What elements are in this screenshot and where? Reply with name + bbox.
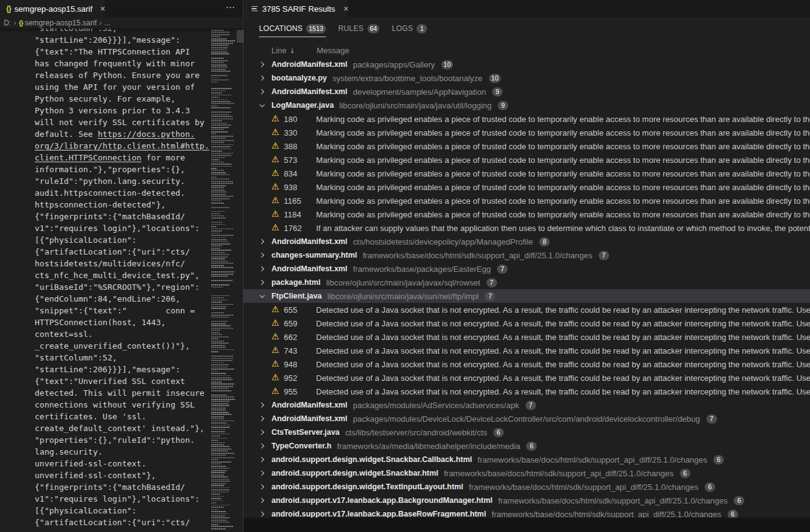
result-row[interactable]: ⚠ 1165 Marking code as privileged enable…: [244, 194, 810, 207]
editor-scrollbar-thumb[interactable]: [237, 30, 244, 43]
file-row[interactable]: AndroidManifest.xml packages/modules/Dev…: [244, 412, 810, 425]
code-line: unverified-ssl-context.: [35, 458, 211, 469]
json-file-icon: {}: [19, 19, 23, 27]
code-line: "startLine":206}}}],"message":: [35, 364, 211, 375]
file-path: development/samples/AppNavigation: [353, 87, 486, 97]
chevron-right-icon: [259, 252, 266, 259]
breadcrumb-more[interactable]: ...: [104, 19, 110, 27]
result-row[interactable]: ⚠ 330 Marking code as privileged enables…: [244, 126, 810, 139]
file-row[interactable]: FtpClient.java libcore/ojluni/src/main/j…: [244, 289, 810, 303]
result-row[interactable]: ⚠ 1762 If an attacker can supply values …: [244, 221, 810, 235]
tab-locations[interactable]: LOCATIONS 1513: [259, 22, 326, 37]
warning-icon: ⚠: [271, 181, 280, 191]
file-path: packages/modules/AdServices/adservices/a…: [353, 401, 519, 410]
close-icon[interactable]: ✕: [100, 5, 105, 13]
code-line: {"fingerprints":{"matchBasedId/: [35, 211, 211, 222]
breadcrumb-drive[interactable]: D:: [4, 19, 11, 27]
file-row[interactable]: AndroidManifest.xml cts/hostsidetests/de…: [244, 235, 810, 248]
code-line: connections without verifying SSL: [35, 399, 211, 411]
result-count-badge: 6: [493, 428, 504, 437]
file-path: frameworks/base/docs/html/sdk/support_ap…: [444, 469, 673, 478]
file-name: changes-summary.html: [271, 251, 357, 259]
file-row[interactable]: AndroidManifest.xml packages/apps/Galler…: [244, 58, 810, 71]
file-row[interactable]: android.support.v17.leanback.app.BaseRow…: [244, 507, 810, 518]
code-line: using the API for your version of: [35, 81, 211, 93]
file-row[interactable]: android.support.design.widget.TextInputL…: [244, 480, 810, 494]
file-name: android.support.design.widget.Snackbar.C…: [271, 455, 472, 464]
code-line: "startColumn":52,: [35, 352, 211, 364]
code-line: Python securely. For example,: [35, 93, 211, 105]
warning-icon: ⚠: [271, 127, 280, 137]
chevron-right-icon: [259, 238, 266, 245]
result-count-badge: 7: [707, 414, 717, 424]
code-line: v1":"requires login"},"locations":: [35, 493, 211, 505]
file-row[interactable]: AndroidManifest.xml packages/modules/AdS…: [244, 398, 810, 412]
file-row[interactable]: android.support.design.widget.Snackbar.C…: [244, 453, 810, 466]
breadcrumb-file[interactable]: semgrep-aosp15.sarif: [25, 19, 97, 27]
code-line: create_default_context' instead."},: [35, 422, 211, 434]
column-line[interactable]: Line ↓: [271, 46, 295, 55]
result-line-number: 662: [284, 333, 297, 342]
result-row[interactable]: ⚠ 948 Detected use of a Java socket that…: [244, 357, 810, 371]
result-count-badge: 6: [705, 482, 715, 492]
sarif-results-panel: LOCATIONS 1513 RULES 64 LOGS 1 Line ↓ Me…: [244, 17, 810, 532]
file-row[interactable]: bootanalyze.py system/extras/boottime_to…: [244, 71, 810, 85]
result-row[interactable]: ⚠ 662 Detected use of a Java socket that…: [244, 330, 810, 344]
tab-rules[interactable]: RULES 64: [338, 22, 380, 37]
editor-content[interactable]: "startColumn":52,"startLine":206}}}],"me…: [0, 28, 211, 532]
tab-logs[interactable]: LOGS 1: [392, 22, 427, 37]
result-row[interactable]: ⚠ 955 Detected use of a Java socket that…: [244, 385, 810, 398]
file-row[interactable]: changes-summary.html frameworks/base/doc…: [244, 248, 810, 262]
result-filter-tabs: LOCATIONS 1513 RULES 64 LOGS 1: [259, 22, 427, 37]
result-count-badge: 7: [485, 292, 495, 301]
more-actions-icon[interactable]: ⋯: [226, 2, 236, 13]
file-row[interactable]: android.support.design.widget.Snackbar.h…: [244, 466, 810, 480]
result-row[interactable]: ⚠ 1184 Marking code as privileged enable…: [244, 207, 810, 221]
code-line: {"artifactLocation":{"uri":"cts/: [35, 246, 211, 258]
result-row[interactable]: ⚠ 388 Marking code as privileged enables…: [244, 139, 810, 153]
file-row[interactable]: AndroidManifest.xml development/samples/…: [244, 85, 810, 98]
code-line: {"artifactLocation":{"uri":"cts/: [35, 517, 211, 528]
code-line: httpsconnection-detected"},: [35, 199, 211, 211]
tab-sarif-results[interactable]: 3785 SARIF Results ✕: [244, 0, 347, 17]
file-row[interactable]: TypeConverter.h frameworks/av/media/libm…: [244, 439, 810, 453]
file-path: frameworks/av/media/libmediahelper/inclu…: [337, 442, 521, 451]
file-row[interactable]: AndroidManifest.xml frameworks/base/pack…: [244, 262, 810, 276]
result-row[interactable]: ⚠ 952 Detected use of a Java socket that…: [244, 371, 810, 385]
file-path: cts/hostsidetests/devicepolicy/app/Manag…: [353, 237, 534, 246]
result-message: Detected use of a Java socket that is no…: [316, 373, 810, 383]
warning-icon: ⚠: [271, 386, 280, 396]
code-line: "startColumn":52,: [35, 28, 211, 34]
result-message: Detected use of a Java socket that is no…: [316, 360, 810, 369]
result-row[interactable]: ⚠ 834 Marking code as privileged enables…: [244, 167, 810, 180]
column-message[interactable]: Message: [317, 46, 350, 55]
file-row[interactable]: LogManager.java libcore/ojluni/src/main/…: [244, 98, 810, 112]
tab-label: semgrep-aosp15.sarif: [14, 4, 92, 14]
code-line: [{"physicalLocation":: [35, 505, 211, 517]
breadcrumb: D: › {} semgrep-aosp15.sarif › ...: [0, 17, 243, 28]
close-icon[interactable]: ✕: [343, 5, 349, 13]
file-row[interactable]: android.support.v17.leanback.app.Backgro…: [244, 494, 810, 507]
code-line: client.HTTPSConnection for more: [35, 152, 211, 164]
chevron-right-icon: ›: [14, 18, 16, 27]
result-count-badge: 9: [498, 101, 508, 110]
result-row[interactable]: ⚠ 573 Marking code as privileged enables…: [244, 153, 810, 167]
file-name: AndroidManifest.xml: [271, 237, 348, 246]
result-count-badge: 7: [599, 251, 609, 260]
file-name: AndroidManifest.xml: [271, 264, 348, 273]
result-row[interactable]: ⚠ 180 Marking code as privileged enables…: [244, 112, 810, 126]
result-row[interactable]: ⚠ 655 Detected use of a Java socket that…: [244, 303, 810, 316]
result-row[interactable]: ⚠ 938 Marking code as privileged enables…: [244, 180, 810, 194]
panel-bottom-strip: [244, 518, 810, 532]
code-line: context=ssl.: [35, 328, 211, 340]
tab-semgrep-sarif[interactable]: {} semgrep-aosp15.sarif ✕: [0, 0, 105, 17]
file-row[interactable]: package.html libcore/ojluni/src/main/jav…: [244, 276, 810, 289]
code-line: {"text":"The HTTPSConnection API: [35, 46, 211, 58]
result-line-number: 1762: [284, 224, 302, 233]
result-row[interactable]: ⚠ 743 Detected use of a Java socket that…: [244, 344, 810, 357]
file-row[interactable]: CtsTestServer.java cts/libs/testserver/s…: [244, 425, 810, 439]
code-line: lang.security.: [35, 446, 211, 458]
result-row[interactable]: ⚠ 659 Detected use of a Java socket that…: [244, 316, 810, 330]
minimap[interactable]: [211, 30, 236, 532]
result-message: Marking code as privileged enables a pie…: [316, 115, 810, 124]
